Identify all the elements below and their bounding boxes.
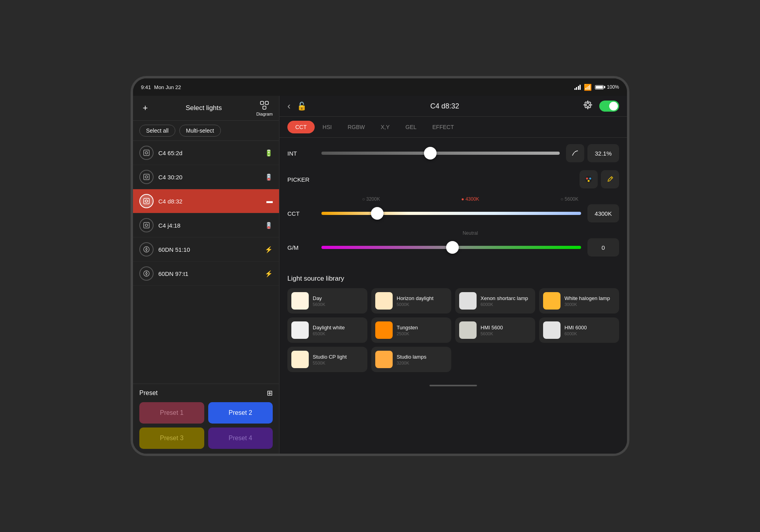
library-item-daywhite[interactable]: Daylight white 6500K	[287, 317, 367, 343]
halogen-temp: 3000K	[564, 302, 615, 307]
studiolamps-temp: 3200K	[397, 361, 447, 365]
signal-icon	[574, 85, 581, 90]
light-type-icon	[139, 146, 154, 160]
tab-effect[interactable]: EFFECT	[424, 121, 462, 133]
library-item-studiocp[interactable]: Studio CP light 5500K	[287, 347, 367, 372]
light-item-active[interactable]: C4 d8:32 ▬	[133, 189, 279, 213]
preset-2-button[interactable]: Preset 2	[208, 402, 273, 424]
light-item[interactable]: C4 30:20 🪫	[133, 165, 279, 189]
picker-eyedropper-button[interactable]	[601, 170, 619, 188]
preset-4-button[interactable]: Preset 4	[208, 428, 273, 449]
halogen-name: White halogen lamp	[564, 295, 615, 301]
horizon-info: Horizon daylight 5000K	[397, 295, 447, 307]
day-temp: 5600K	[313, 302, 363, 307]
svg-rect-7	[144, 198, 149, 204]
preset-1-button[interactable]: Preset 1	[139, 402, 204, 424]
picker-palette-button[interactable]	[580, 170, 598, 188]
library-item-xenon[interactable]: Xenon shortarc lamp 6000K	[455, 288, 535, 314]
light-item[interactable]: C4 65:2d 🔋	[133, 141, 279, 165]
halogen-info: White halogen lamp 3000K	[564, 295, 615, 307]
home-bar	[429, 385, 477, 386]
tabs: CCT HSI RGBW X,Y GEL EFFECT	[279, 117, 627, 138]
int-value: 32.1%	[587, 144, 619, 162]
svg-point-10	[145, 224, 148, 226]
tab-xy[interactable]: X,Y	[373, 121, 398, 133]
status-bar: 9:41 Mon Jun 22 📶 100%	[133, 78, 627, 96]
day-swatch	[291, 292, 309, 310]
library-item-studiolamps[interactable]: Studio lamps 3200K	[371, 347, 451, 372]
daywhite-swatch	[291, 321, 309, 339]
svg-line-18	[611, 177, 612, 179]
daywhite-temp: 6500K	[313, 331, 363, 336]
light-item[interactable]: C4 j4:18 🪫	[133, 213, 279, 238]
light-item[interactable]: 60DN 51:10 ⚡	[133, 238, 279, 262]
diagram-icon	[259, 100, 270, 111]
light-type-icon	[139, 194, 154, 208]
select-buttons: Select all Multi-select	[133, 121, 279, 141]
battery-icon	[595, 85, 604, 89]
settings-button[interactable]	[583, 100, 593, 112]
status-right: 📶 100%	[574, 84, 619, 91]
library-item-tungsten[interactable]: Tungsten 2500K	[371, 317, 451, 343]
horizon-swatch	[375, 292, 393, 310]
tungsten-swatch	[375, 321, 393, 339]
select-all-button[interactable]: Select all	[139, 125, 175, 137]
library-item-hmi5600[interactable]: HMI 5600 5600K	[455, 317, 535, 343]
cct-value: 4300K	[587, 204, 619, 222]
preset-title: Preset	[139, 390, 158, 397]
int-slider-thumb[interactable]	[424, 147, 437, 160]
tab-rgbw[interactable]: RGBW	[340, 121, 373, 133]
battery-status-icon: 🪫	[265, 222, 273, 229]
light-type-icon	[139, 170, 154, 184]
library-item-horizon[interactable]: Horizon daylight 5000K	[371, 288, 451, 314]
gm-control-row: G/M 0	[287, 238, 619, 256]
daywhite-name: Daylight white	[313, 325, 363, 331]
library-grid: Day 5600K Horizon daylight 5000K	[287, 288, 619, 372]
library-title: Light source library	[287, 275, 619, 283]
battery-plug-icon: ⚡	[265, 270, 273, 277]
preset-3-button[interactable]: Preset 3	[139, 428, 204, 449]
svg-rect-0	[260, 101, 264, 104]
preset-grid-icon[interactable]: ⊞	[267, 389, 273, 397]
xenon-info: Xenon shortarc lamp 6000K	[481, 295, 531, 307]
svg-point-8	[145, 200, 148, 202]
light-name: C4 65:2d	[158, 150, 260, 156]
panel-title: C4 d8:32	[313, 102, 576, 110]
panel-header: ‹ 🔓 C4 d8:32	[279, 96, 627, 117]
power-toggle[interactable]	[599, 101, 619, 112]
svg-rect-3	[144, 150, 149, 156]
int-curve-button[interactable]	[566, 144, 584, 162]
tab-cct[interactable]: CCT	[287, 121, 315, 133]
svg-point-13	[586, 103, 589, 106]
hmi5600-swatch	[459, 321, 477, 339]
battery-percent: 100%	[607, 84, 619, 90]
library-item-day[interactable]: Day 5600K	[287, 288, 367, 314]
add-button[interactable]: +	[139, 102, 151, 114]
gm-slider-thumb[interactable]	[446, 241, 459, 254]
battery-plug-icon: ⚡	[265, 246, 273, 253]
studiocp-name: Studio CP light	[313, 354, 363, 360]
gm-markers: Neutral	[287, 230, 619, 238]
hmi6000-name: HMI 6000	[564, 325, 615, 331]
xenon-temp: 6000K	[481, 302, 531, 307]
cct-slider-track	[321, 212, 581, 215]
status-left: 9:41 Mon Jun 22	[141, 84, 181, 90]
tungsten-name: Tungsten	[397, 325, 447, 331]
library-item-halogen[interactable]: White halogen lamp 3000K	[539, 288, 619, 314]
tab-gel[interactable]: GEL	[397, 121, 424, 133]
svg-rect-9	[144, 222, 149, 228]
preset-grid: Preset 1 Preset 2 Preset 3 Preset 4	[139, 402, 273, 449]
svg-rect-2	[263, 106, 266, 109]
svg-rect-1	[265, 101, 268, 104]
preset-section: Preset ⊞ Preset 1 Preset 2 Preset 3 Pres…	[133, 384, 279, 454]
main-content: + Select lights Diagram Select all Multi…	[133, 96, 627, 454]
diagram-button[interactable]: Diagram	[256, 100, 273, 116]
tungsten-temp: 2500K	[397, 331, 447, 336]
library-item-hmi6000[interactable]: HMI 6000 6000K	[539, 317, 619, 343]
back-button[interactable]: ‹	[287, 101, 291, 112]
multi-select-button[interactable]: Multi-select	[179, 125, 221, 137]
cct-slider-thumb[interactable]	[371, 207, 384, 220]
hmi6000-swatch	[543, 321, 560, 339]
tab-hsi[interactable]: HSI	[315, 121, 340, 133]
light-item[interactable]: 60DN 97:t1 ⚡	[133, 262, 279, 286]
